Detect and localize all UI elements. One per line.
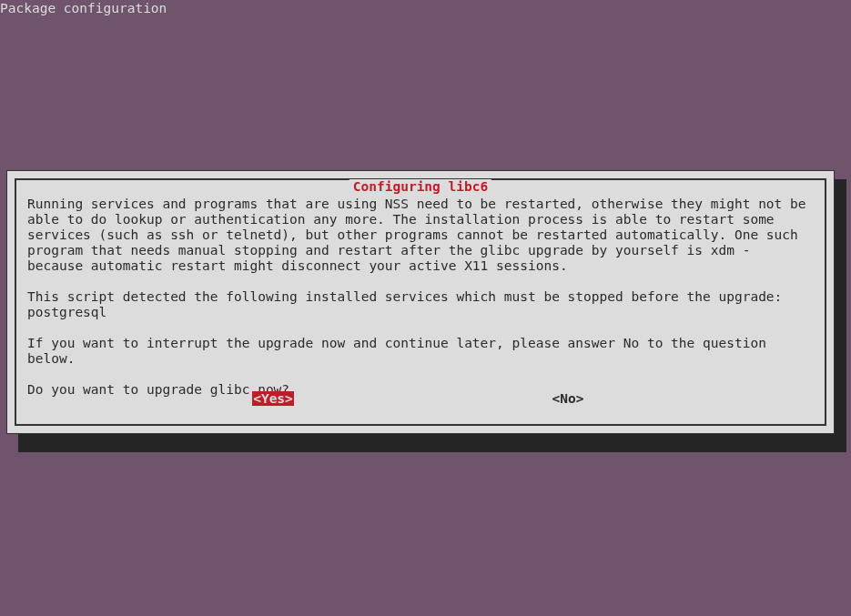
dialog-title: Configuring libc6 [350, 179, 491, 194]
yes-button[interactable]: <Yes> [252, 391, 294, 406]
button-row: <Yes> <No> [7, 391, 834, 406]
no-button[interactable]: <No> [552, 391, 584, 406]
dialog-content: Running services and programs that are u… [27, 197, 814, 398]
dialog-paragraph-3: If you want to interrupt the upgrade now… [27, 336, 814, 367]
page-header: Package configuration [0, 0, 851, 15]
header-title: Package configuration [0, 1, 167, 15]
yes-button-container: <Yes> [7, 391, 420, 406]
dialog-box: Configuring libc6 Running services and p… [6, 170, 835, 434]
dialog-paragraph-2: This script detected the following insta… [27, 289, 814, 320]
dialog-paragraph-1: Running services and programs that are u… [27, 197, 814, 274]
no-button-container: <No> [420, 391, 834, 406]
